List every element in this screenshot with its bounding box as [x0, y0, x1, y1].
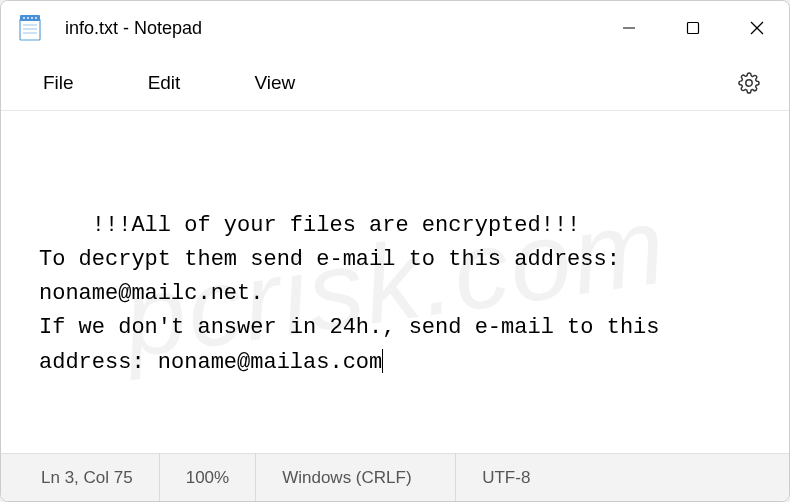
menubar: File Edit View	[1, 55, 789, 111]
status-position: Ln 3, Col 75	[1, 454, 160, 501]
status-encoding: UTF-8	[456, 454, 556, 501]
svg-point-5	[35, 17, 37, 19]
window-title: info.txt - Notepad	[65, 18, 597, 39]
svg-rect-1	[20, 15, 40, 21]
maximize-icon	[686, 21, 700, 35]
minimize-icon	[622, 21, 636, 35]
svg-point-4	[31, 17, 33, 19]
text-editor[interactable]: pcrisk.com !!!All of your files are encr…	[1, 111, 789, 453]
menu-view[interactable]: View	[232, 64, 317, 102]
menu-edit[interactable]: Edit	[126, 64, 203, 102]
close-button[interactable]	[725, 1, 789, 55]
settings-button[interactable]	[729, 63, 769, 103]
editor-content: !!!All of your files are encrypted!!! To…	[39, 213, 673, 374]
notepad-icon	[19, 15, 41, 41]
notepad-window: info.txt - Notepad File Edit Vi	[0, 0, 790, 502]
status-lineending: Windows (CRLF)	[256, 454, 456, 501]
titlebar: info.txt - Notepad	[1, 1, 789, 55]
text-caret	[382, 349, 383, 373]
window-controls	[597, 1, 789, 55]
menu-file[interactable]: File	[21, 64, 96, 102]
svg-point-3	[27, 17, 29, 19]
statusbar: Ln 3, Col 75 100% Windows (CRLF) UTF-8	[1, 453, 789, 501]
maximize-button[interactable]	[661, 1, 725, 55]
close-icon	[749, 20, 765, 36]
svg-rect-10	[688, 23, 699, 34]
gear-icon	[738, 72, 760, 94]
minimize-button[interactable]	[597, 1, 661, 55]
svg-point-2	[23, 17, 25, 19]
status-zoom[interactable]: 100%	[160, 454, 256, 501]
